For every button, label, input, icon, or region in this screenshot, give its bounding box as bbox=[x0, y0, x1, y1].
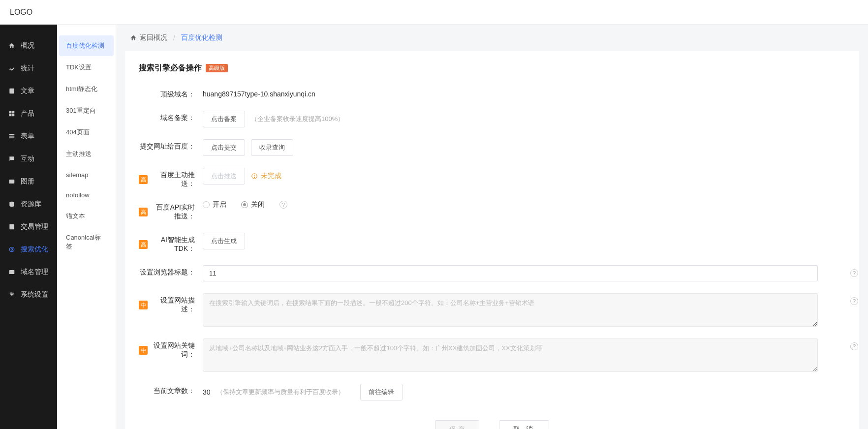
label-domain: 顶级域名： bbox=[139, 87, 203, 99]
btn-cancel[interactable]: 取 消 bbox=[499, 420, 549, 429]
subnav-item-anchor[interactable]: 锚文本 bbox=[59, 206, 114, 226]
help-icon[interactable]: ? bbox=[850, 297, 858, 305]
row-site-desc: 中 设置网站描述： ? bbox=[139, 293, 845, 327]
radio-circle-icon bbox=[203, 201, 210, 208]
image-icon bbox=[8, 178, 16, 185]
label-ai-tdk: 高 AI智能生成TDK： bbox=[139, 233, 203, 253]
sidebar-item-settings[interactable]: 系统设置 bbox=[0, 283, 57, 306]
trade-icon bbox=[8, 223, 16, 231]
radio-circle-icon bbox=[241, 201, 248, 208]
btn-generate[interactable]: 点击生成 bbox=[203, 233, 245, 249]
subnav-item-baidu-check[interactable]: 百度优化检测 bbox=[59, 35, 114, 56]
subnav-item-301[interactable]: 301重定向 bbox=[59, 100, 114, 121]
sidebar-item-interact[interactable]: 互动 bbox=[0, 148, 57, 170]
subnav-item-active-push[interactable]: 主动推送 bbox=[59, 144, 114, 164]
sidebar-item-trade[interactable]: 交易管理 bbox=[0, 215, 57, 238]
home-icon bbox=[130, 34, 137, 41]
label-article-count: 当前文章数： bbox=[139, 384, 203, 396]
svg-rect-6 bbox=[9, 136, 15, 137]
sidebar-item-form[interactable]: 表单 bbox=[0, 125, 57, 148]
textarea-site-desc[interactable] bbox=[203, 293, 818, 327]
subnav-item-canonical[interactable]: Canonical标签 bbox=[59, 227, 114, 257]
radio-off[interactable]: 关闭 bbox=[241, 200, 265, 209]
input-browser-title[interactable] bbox=[203, 265, 818, 281]
logo: LOGO bbox=[10, 8, 32, 17]
svg-rect-2 bbox=[12, 111, 15, 114]
radio-on[interactable]: 开启 bbox=[203, 200, 226, 209]
sidebar-item-overview[interactable]: 概况 bbox=[0, 34, 57, 57]
textarea-site-keywords[interactable] bbox=[203, 338, 818, 372]
subnav-item-nofollow[interactable]: nofollow bbox=[59, 185, 114, 205]
sidebar-item-resource[interactable]: 资源库 bbox=[0, 193, 57, 215]
svg-point-12 bbox=[11, 248, 13, 250]
panel-head: 搜索引擎必备操作 高级版 bbox=[139, 63, 845, 73]
help-icon[interactable]: ? bbox=[850, 269, 858, 277]
label-api-push: 高 百度API实时推送： bbox=[139, 200, 203, 221]
svg-rect-4 bbox=[12, 114, 15, 117]
svg-rect-5 bbox=[9, 134, 15, 135]
badge-high: 高 bbox=[139, 175, 148, 184]
svg-rect-10 bbox=[9, 224, 14, 230]
sidebar-item-seo[interactable]: 搜索优化 bbox=[0, 238, 57, 261]
tag-pro: 高级版 bbox=[206, 64, 228, 72]
label-site-desc-text: 设置网站描述： bbox=[151, 296, 195, 314]
svg-rect-3 bbox=[9, 114, 12, 117]
sidebar-item-article[interactable]: 文章 bbox=[0, 80, 57, 102]
sidebar-item-label: 域名管理 bbox=[21, 268, 48, 276]
btn-submit[interactable]: 点击提交 bbox=[203, 139, 245, 156]
db-icon bbox=[8, 200, 16, 208]
svg-rect-1 bbox=[9, 111, 12, 114]
sidebar-item-label: 交易管理 bbox=[21, 222, 48, 231]
breadcrumb: 返回概况 / 百度优化检测 bbox=[116, 25, 868, 51]
sidebar-sub: 百度优化检测 TDK设置 html静态化 301重定向 404页面 主动推送 s… bbox=[57, 25, 116, 429]
row-browser-title: 设置浏览器标题： ? bbox=[139, 265, 845, 281]
sidebar-item-label: 系统设置 bbox=[21, 290, 48, 299]
help-icon[interactable]: ? bbox=[279, 201, 287, 209]
sidebar-item-label: 互动 bbox=[21, 154, 34, 163]
label-site-desc: 中 设置网站描述： bbox=[139, 293, 203, 314]
sidebar-item-label: 资源库 bbox=[21, 200, 41, 209]
actions: 保 存 取 消 bbox=[139, 420, 845, 429]
help-icon[interactable]: ? bbox=[850, 342, 858, 350]
content: 返回概况 / 百度优化检测 搜索引擎必备操作 高级版 顶级域名： huang89… bbox=[116, 25, 868, 429]
warning-icon bbox=[251, 173, 258, 180]
subnav-item-tdk[interactable]: TDK设置 bbox=[59, 57, 114, 78]
subnav-item-404[interactable]: 404页面 bbox=[59, 122, 114, 143]
label-submit-baidu: 提交网址给百度： bbox=[139, 139, 203, 151]
layout: 概况 统计 文章 产品 表单 互动 图册 资源库 bbox=[0, 25, 868, 429]
btn-go-edit[interactable]: 前往编辑 bbox=[360, 384, 403, 400]
breadcrumb-back-label: 返回概况 bbox=[140, 33, 167, 42]
hint-article-count: （保持文章更新频率与质量有利于百度收录） bbox=[217, 388, 344, 397]
radio-on-label: 开启 bbox=[213, 200, 226, 209]
header: LOGO bbox=[0, 0, 868, 25]
sidebar-item-label: 文章 bbox=[21, 87, 34, 95]
row-beian: 域名备案： 点击备案 （企业备案收录速度提高100%） bbox=[139, 111, 845, 127]
svg-rect-13 bbox=[9, 270, 15, 274]
subnav-item-html-static[interactable]: html静态化 bbox=[59, 79, 114, 99]
sidebar-item-product[interactable]: 产品 bbox=[0, 102, 57, 125]
breadcrumb-sep: / bbox=[173, 34, 175, 42]
subnav-item-sitemap[interactable]: sitemap bbox=[59, 165, 114, 184]
btn-beian[interactable]: 点击备案 bbox=[203, 111, 245, 127]
breadcrumb-back[interactable]: 返回概况 bbox=[130, 33, 167, 42]
sidebar-item-domain[interactable]: 域名管理 bbox=[0, 261, 57, 283]
sidebar-item-stats[interactable]: 统计 bbox=[0, 57, 57, 80]
label-ai-tdk-text: AI智能生成TDK： bbox=[151, 236, 195, 253]
sidebar-item-label: 统计 bbox=[21, 64, 34, 73]
sidebar-main: 概况 统计 文章 产品 表单 互动 图册 资源库 bbox=[0, 25, 57, 429]
status-unfinished-text: 未完成 bbox=[261, 172, 281, 181]
grid-icon bbox=[8, 110, 16, 118]
hint-beian: （企业备案收录速度提高100%） bbox=[251, 115, 344, 123]
value-domain: huang897157type-10.shanxiyunqi.cn bbox=[203, 87, 315, 98]
status-unfinished: 未完成 bbox=[251, 172, 281, 181]
sidebar-item-gallery[interactable]: 图册 bbox=[0, 170, 57, 193]
label-active-push-text: 百度主动推送： bbox=[151, 171, 195, 188]
panel-title: 搜索引擎必备操作 bbox=[139, 63, 202, 73]
badge-high: 高 bbox=[139, 240, 148, 249]
btn-save: 保 存 bbox=[435, 420, 479, 429]
row-site-keywords: 中 设置网站关键词： ? bbox=[139, 338, 845, 372]
label-browser-title: 设置浏览器标题： bbox=[139, 265, 203, 277]
row-article-count: 当前文章数： 30 （保持文章更新频率与质量有利于百度收录） 前往编辑 bbox=[139, 384, 845, 400]
btn-index-query[interactable]: 收录查询 bbox=[251, 139, 293, 156]
form-icon bbox=[8, 132, 16, 140]
